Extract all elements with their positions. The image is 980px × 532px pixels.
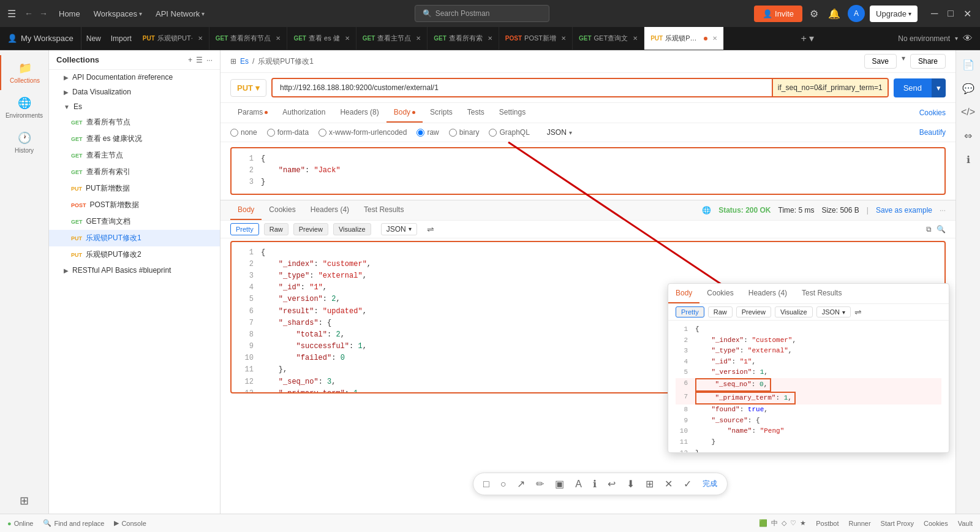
tree-item-put-modify2[interactable]: PUT 乐观锁PUT修改2 <box>49 246 220 263</box>
copy-response-icon[interactable]: ⧉ <box>926 225 932 234</box>
console-button[interactable]: ▶ Console <box>114 519 146 527</box>
forward-button[interactable]: → <box>37 6 50 21</box>
postbot-button[interactable]: Postbot <box>816 520 839 527</box>
tab-close-icon6[interactable]: ✕ <box>561 35 566 42</box>
ann-pen-tool[interactable]: ✏ <box>533 476 546 492</box>
send-button[interactable]: Send <box>894 78 932 97</box>
workspace-button[interactable]: 👤 My Workspace <box>0 27 81 50</box>
new-button[interactable]: New <box>81 27 106 50</box>
ann-download-tool[interactable]: ⬇ <box>624 476 637 492</box>
url-input[interactable] <box>273 79 772 96</box>
resp-tab-body[interactable]: Body <box>230 200 262 220</box>
tab-close-icon2[interactable]: ✕ <box>276 35 281 42</box>
ann-confirm-tool[interactable]: ✓ <box>681 476 694 492</box>
ann-crop-tool[interactable]: ⊞ <box>643 476 656 492</box>
ann-circle-tool[interactable]: ○ <box>498 476 509 492</box>
tab-put-optimistic[interactable]: PUT 乐观锁PUT· ✕ <box>137 27 209 50</box>
tab-put-active[interactable]: PUT 乐观锁PUT· ✕ <box>644 27 724 50</box>
float-filter-icon[interactable]: ⇌ <box>854 307 862 317</box>
tab-close-icon3[interactable]: ✕ <box>345 35 350 42</box>
add-tab-icon[interactable]: + <box>801 33 807 44</box>
option-graphql[interactable]: GraphQL <box>489 128 529 137</box>
option-form-data[interactable]: form-data <box>267 128 309 137</box>
api-network-link[interactable]: API Network ▾ <box>151 7 209 21</box>
tab-get-master[interactable]: GET 查看主节点 ✕ <box>356 27 428 50</box>
tree-item-es[interactable]: ▼ Es <box>49 99 220 114</box>
upgrade-button[interactable]: Upgrade ▾ <box>870 6 918 22</box>
request-body-editor[interactable]: 1 { 2 "name": "Jack" 3 } <box>230 147 946 195</box>
save-dropdown-icon[interactable]: ▾ <box>902 54 905 69</box>
search-input[interactable]: 🔍 Search Postman <box>415 5 549 22</box>
tab-settings[interactable]: Settings <box>492 103 533 123</box>
tree-item-get-es-health[interactable]: GET 查看 es 健康状况 <box>49 131 220 147</box>
tree-item-put-add[interactable]: PUT PUT新增数据 <box>49 180 220 197</box>
format-dropdown[interactable]: ▾ <box>569 129 572 136</box>
tab-get-all-indices[interactable]: GET 查看所有索 ✕ <box>428 27 499 50</box>
tree-item-get-query[interactable]: GET GET查询文档 <box>49 213 220 230</box>
float-format-select[interactable]: JSON▾ <box>816 306 851 317</box>
close-button[interactable]: ✕ <box>960 7 975 21</box>
info-icon[interactable]: ℹ <box>963 150 974 169</box>
invite-button[interactable]: 👤 Invite <box>754 6 802 22</box>
import-button[interactable]: Import <box>106 27 137 50</box>
online-indicator[interactable]: ● Online <box>7 520 33 527</box>
option-urlencoded[interactable]: x-www-form-urlencoded <box>318 128 407 137</box>
tree-item-data-viz[interactable]: ▶ Data Visualization <box>49 85 220 99</box>
tree-item-api-docs[interactable]: ▶ API Documentation #reference <box>49 70 220 85</box>
visualize-btn[interactable]: Visualize <box>333 223 371 235</box>
docs-icon[interactable]: 📄 <box>959 55 978 74</box>
beautify-button[interactable]: Beautify <box>919 128 946 137</box>
share-button[interactable]: Share <box>910 54 946 69</box>
more-options-icon[interactable]: ··· <box>206 56 213 64</box>
tab-get-es-health[interactable]: GET 查看 es 健 ✕ <box>287 27 356 50</box>
ann-delete-tool[interactable]: ✕ <box>662 476 675 492</box>
tree-item-put-modify1[interactable]: PUT 乐观锁PUT修改1 <box>49 230 220 246</box>
find-replace-button[interactable]: 🔍 Find and replace <box>43 519 104 527</box>
sidebar-item-environments[interactable]: 🌐 Environments <box>0 90 48 125</box>
sidebar-item-collections[interactable]: 📁 Collections <box>0 55 48 90</box>
raw-btn[interactable]: Raw <box>264 223 288 235</box>
cookies-link[interactable]: Cookies <box>919 104 946 122</box>
method-select[interactable]: PUT ▾ <box>230 79 266 97</box>
search-response-icon[interactable]: 🔍 <box>937 225 946 234</box>
send-dropdown-icon[interactable]: ▾ <box>932 78 946 97</box>
option-none[interactable]: none <box>230 128 257 137</box>
filter-icon[interactable]: ⇌ <box>427 224 434 234</box>
ann-undo-tool[interactable]: ↩ <box>605 476 618 492</box>
tab-get-all-nodes[interactable]: GET 查看所有节点 ✕ <box>209 27 288 50</box>
resp-tab-headers[interactable]: Headers (4) <box>303 200 356 220</box>
ann-text-tool[interactable]: A <box>573 476 584 492</box>
resize-icon[interactable]: ⇔ <box>960 126 976 145</box>
tab-authorization[interactable]: Authorization <box>275 103 333 123</box>
back-button[interactable]: ← <box>22 6 36 21</box>
ann-info-tool[interactable]: ℹ <box>590 476 599 492</box>
tab-close-icon5[interactable]: ✕ <box>488 35 492 42</box>
tab-close-icon[interactable]: ✕ <box>198 35 203 42</box>
tree-item-get-all-nodes[interactable]: GET 查看所有节点 <box>49 114 220 131</box>
tree-item-restful[interactable]: ▶ RESTful API Basics #blueprint <box>49 263 220 278</box>
eye-icon[interactable]: 👁 <box>963 33 973 44</box>
tab-tests[interactable]: Tests <box>460 103 492 123</box>
tab-close-active[interactable]: ✕ <box>712 35 717 42</box>
preview-btn[interactable]: Preview <box>293 223 328 235</box>
tab-overflow-icon[interactable]: ▾ <box>809 32 814 44</box>
avatar-icon[interactable]: A <box>848 5 865 22</box>
tab-body[interactable]: Body <box>386 103 423 123</box>
minimize-button[interactable]: ─ <box>927 7 941 21</box>
tab-headers[interactable]: Headers (8) <box>333 103 386 123</box>
sidebar-item-history[interactable]: 🕐 History <box>0 125 48 160</box>
float-raw-btn[interactable]: Raw <box>708 306 733 317</box>
cookies-status-button[interactable]: Cookies <box>924 520 948 527</box>
more-options-btn[interactable]: ··· <box>940 206 946 215</box>
tree-item-get-master[interactable]: GET 查看主节点 <box>49 147 220 164</box>
option-raw[interactable]: raw <box>417 128 439 137</box>
option-binary[interactable]: binary <box>449 128 480 137</box>
filter-icon[interactable]: ☰ <box>196 56 203 64</box>
ann-done-button[interactable]: 完成 <box>700 476 720 492</box>
float-tab-cookies[interactable]: Cookies <box>699 284 741 303</box>
menu-icon[interactable]: ☰ <box>5 6 18 22</box>
tree-item-get-all-indices[interactable]: GET 查看所有索引 <box>49 164 220 180</box>
save-example-btn[interactable]: Save as example <box>876 206 932 215</box>
response-format-select[interactable]: JSON ▾ <box>381 223 417 235</box>
sidebar-item-apps[interactable]: ⊞ <box>0 488 48 514</box>
